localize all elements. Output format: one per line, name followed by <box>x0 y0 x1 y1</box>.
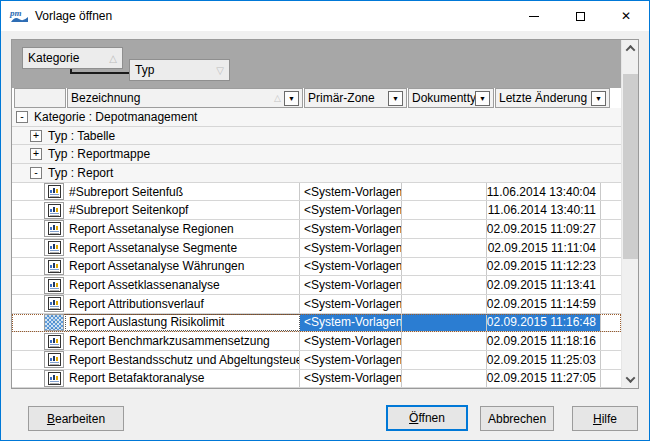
row-gutter <box>12 370 44 388</box>
column-header-primaer-zone[interactable]: Primär-Zone ▼ <box>304 88 407 108</box>
column-header-letzte-aenderung[interactable]: Letzte Änderung ▼ <box>495 88 610 108</box>
cell-date: 02.09.2015 11:25:03 <box>487 351 601 369</box>
table-row[interactable]: Report Attributionsverlauf <System-Vorla… <box>12 295 621 314</box>
cell-name: Report Benchmarkzusammensetzung <box>65 332 300 350</box>
cell-doctype <box>402 351 487 369</box>
column-label: Dokumenttyp <box>412 91 475 105</box>
cell-zone: <System-Vorlagen> <box>300 276 402 294</box>
cell-doctype <box>402 239 487 257</box>
table-row[interactable]: Report Assetklassenanalyse <System-Vorla… <box>12 276 621 295</box>
row-gutter <box>12 220 44 238</box>
table-row[interactable]: Report Assetanalyse Regionen <System-Vor… <box>12 220 621 239</box>
table-row[interactable]: Report Benchmarkzusammensetzung <System-… <box>12 332 621 351</box>
group-label: Typ : Tabelle <box>48 129 115 143</box>
filter-dropdown-primaer-zone[interactable]: ▼ <box>388 91 403 106</box>
abbrechen-button[interactable]: Abbrechen <box>480 406 554 431</box>
table-row[interactable]: #Subreport Seitenkopf <System-Vorlagen> … <box>12 201 621 220</box>
group-label: Typ : Report <box>48 166 113 180</box>
maximize-button[interactable] <box>557 1 603 31</box>
row-gutter <box>12 183 44 201</box>
table-row[interactable]: Report Assetanalyse Währungen <System-Vo… <box>12 258 621 277</box>
group-row[interactable]: - Typ : Report <box>12 164 621 183</box>
scrollbar-thumb[interactable] <box>623 74 638 259</box>
groupby-kategorie[interactable]: Kategorie △ <box>22 47 123 69</box>
scroll-up-button[interactable] <box>622 40 639 57</box>
row-gutter <box>12 258 44 276</box>
oeffnen-button[interactable]: Öffnen <box>386 405 468 431</box>
chevron-up-icon <box>626 45 636 55</box>
cell-date: 11.06.2014 13:40:04 <box>487 183 601 201</box>
group-row[interactable]: + Typ : Tabelle <box>12 127 621 146</box>
cell-doctype <box>402 220 487 238</box>
bearbeiten-button[interactable]: Bearbeiten <box>28 406 124 431</box>
report-icon <box>44 220 64 237</box>
cell-doctype <box>402 201 487 219</box>
row-gutter <box>12 332 44 350</box>
table-row[interactable]: Report Assetanalyse Segmente <System-Vor… <box>12 239 621 258</box>
group-label: Kategorie : Depotmanagement <box>34 110 197 124</box>
expander-icon[interactable]: - <box>16 111 28 123</box>
cell-name: Report Betafaktoranalyse <box>65 370 300 388</box>
row-gutter <box>12 351 44 369</box>
expander-icon[interactable]: + <box>30 130 42 142</box>
cell-name: Report Attributionsverlauf <box>65 295 300 313</box>
cell-zone: <System-Vorlagen> <box>300 351 402 369</box>
filter-dropdown-dokumenttyp[interactable]: ▼ <box>475 91 490 106</box>
row-gutter <box>12 276 44 294</box>
groupby-typ-label: Typ <box>135 63 154 77</box>
filter-dropdown-letzte-aenderung[interactable]: ▼ <box>591 91 606 106</box>
cell-doctype <box>402 332 487 350</box>
cell-zone: <System-Vorlagen> <box>300 370 402 388</box>
column-header-bezeichnung[interactable]: Bezeichnung △ ▼ <box>67 88 303 108</box>
group-row[interactable]: - Kategorie : Depotmanagement <box>12 108 621 127</box>
report-icon <box>44 314 64 331</box>
cell-name: Report Assetanalyse Regionen <box>65 220 300 238</box>
vorlage-oeffnen-dialog: pm Vorlage öffnen ✕ Kategorie △ Typ ▽ <box>0 0 650 441</box>
table-row[interactable]: Report Betafaktoranalyse <System-Vorlage… <box>12 370 621 388</box>
svg-text:pm: pm <box>9 8 22 18</box>
minimize-button[interactable] <box>511 1 557 31</box>
column-header-row: Bezeichnung △ ▼ Primär-Zone ▼ Dokumentty… <box>14 88 621 108</box>
vertical-scrollbar[interactable] <box>621 40 638 388</box>
column-header-icon[interactable] <box>14 88 66 108</box>
cell-zone: <System-Vorlagen> <box>300 258 402 276</box>
cell-name: Report Assetanalyse Segmente <box>65 239 300 257</box>
report-icon <box>44 295 64 312</box>
report-icon <box>44 202 64 219</box>
chevron-down-icon <box>626 373 636 383</box>
maximize-icon <box>576 12 585 21</box>
report-icon <box>44 351 64 368</box>
table-row[interactable]: #Subreport Seitenfuß <System-Vorlagen> 1… <box>12 183 621 202</box>
rows-container: - Kategorie : Depotmanagement + Typ : Ta… <box>12 108 621 388</box>
hilfe-button[interactable]: Hilfe <box>572 406 638 431</box>
sort-ascending-icon: △ <box>274 93 281 103</box>
table-row[interactable]: Report Auslastung Risikolimit <System-Vo… <box>12 314 621 333</box>
cell-name: #Subreport Seitenfuß <box>65 183 300 201</box>
close-button[interactable]: ✕ <box>603 1 649 31</box>
row-gutter <box>12 295 44 313</box>
cell-name: Report Assetanalyse Währungen <box>65 258 300 276</box>
expander-icon[interactable]: - <box>30 167 42 179</box>
cell-name: Report Bestandsschutz und Abgeltungsteue… <box>65 351 300 369</box>
cell-doctype <box>402 370 487 388</box>
cell-name: Report Auslastung Risikolimit <box>65 314 300 332</box>
cell-zone: <System-Vorlagen> <box>300 332 402 350</box>
close-icon: ✕ <box>621 10 631 22</box>
cell-doctype <box>402 276 487 294</box>
minimize-icon <box>529 16 539 17</box>
groupby-typ[interactable]: Typ ▽ <box>129 59 230 81</box>
groupby-connector-line <box>70 69 129 74</box>
cell-date: 02.09.2015 11:18:16 <box>487 332 601 350</box>
cell-name: Report Assetklassenanalyse <box>65 276 300 294</box>
cell-zone: <System-Vorlagen> <box>300 295 402 313</box>
column-header-dokumenttyp[interactable]: Dokumenttyp ▼ <box>408 88 494 108</box>
cell-date: 02.09.2015 11:11:04 <box>487 239 601 257</box>
group-row[interactable]: + Typ : Reportmappe <box>12 145 621 164</box>
scroll-down-button[interactable] <box>622 371 639 388</box>
titlebar: pm Vorlage öffnen ✕ <box>1 1 649 31</box>
filter-dropdown-bezeichnung[interactable]: ▼ <box>284 91 299 106</box>
column-label: Letzte Änderung <box>499 91 591 105</box>
cell-zone: <System-Vorlagen> <box>300 201 402 219</box>
expander-icon[interactable]: + <box>30 148 42 160</box>
table-row[interactable]: Report Bestandsschutz und Abgeltungsteue… <box>12 351 621 370</box>
